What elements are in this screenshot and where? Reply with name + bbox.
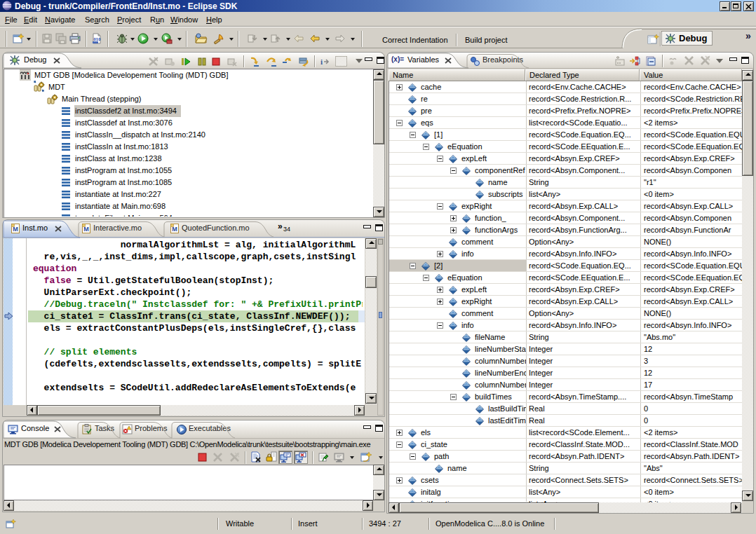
svg-text:M: M xyxy=(13,226,18,233)
svg-text:i: i xyxy=(320,57,323,66)
svg-text:010: 010 xyxy=(94,37,102,41)
